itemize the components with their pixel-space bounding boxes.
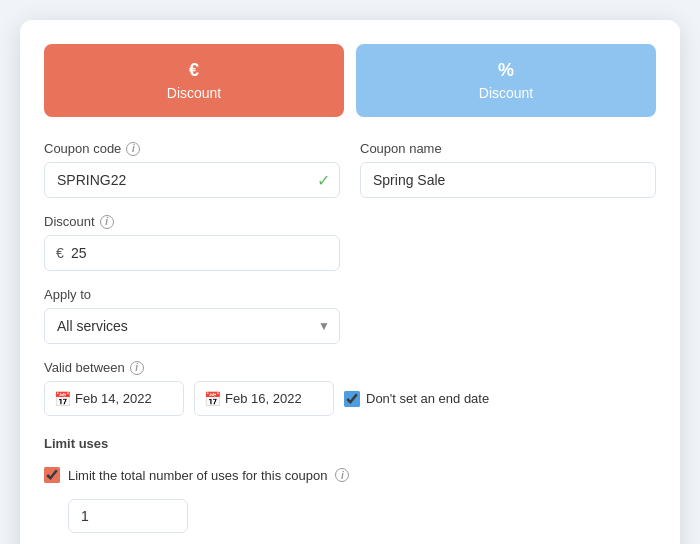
total-limit-label: Limit the total number of uses for this … (68, 468, 327, 483)
valid-between-info-icon[interactable]: i (130, 361, 144, 375)
apply-to-label: Apply to (44, 287, 340, 302)
dont-set-end-label[interactable]: Don't set an end date (344, 391, 489, 407)
total-limit-row: Limit the total number of uses for this … (44, 467, 656, 483)
start-date-wrapper: 📅 (44, 381, 184, 416)
discount-type-row: € Discount % Discount (44, 44, 656, 117)
total-limit-input[interactable] (68, 499, 188, 533)
euro-prefix: € (56, 245, 64, 261)
coupon-code-input[interactable] (44, 162, 340, 198)
coupon-name-group: Coupon name (360, 141, 656, 198)
apply-to-group: Apply to All services Specific services … (44, 287, 340, 344)
valid-between-row: 📅 📅 Don't set an end date (44, 381, 656, 416)
limit-uses-title: Limit uses (44, 436, 656, 451)
coupon-code-info-icon[interactable]: i (126, 142, 140, 156)
total-limit-info-icon[interactable]: i (335, 468, 349, 482)
apply-to-select-wrapper: All services Specific services ▼ (44, 308, 340, 344)
discount-info-icon[interactable]: i (100, 215, 114, 229)
end-date-wrapper: 📅 (194, 381, 334, 416)
coupon-name-input[interactable] (360, 162, 656, 198)
discount-group: Discount i € (44, 214, 340, 271)
calendar-start-icon: 📅 (54, 391, 71, 407)
dont-set-end-checkbox[interactable] (344, 391, 360, 407)
valid-between-label: Valid between i (44, 360, 656, 375)
euro-discount-button[interactable]: € Discount (44, 44, 344, 117)
spacer (360, 214, 656, 271)
discount-input-wrapper: € (44, 235, 340, 271)
coupon-modal: € Discount % Discount Coupon code i ✓ Co… (20, 20, 680, 544)
percent-icon: % (498, 60, 514, 81)
total-limit-checkbox[interactable] (44, 467, 60, 483)
limit-uses-section: Limit uses Limit the total number of use… (44, 436, 656, 544)
percent-discount-button[interactable]: % Discount (356, 44, 656, 117)
euro-discount-label: Discount (167, 85, 221, 101)
coupon-code-group: Coupon code i ✓ (44, 141, 340, 198)
euro-icon: € (189, 60, 199, 81)
coupon-name-label: Coupon name (360, 141, 656, 156)
discount-label: Discount i (44, 214, 340, 229)
form-grid: Coupon code i ✓ Coupon name Discount i € (44, 141, 656, 544)
check-icon: ✓ (317, 171, 330, 190)
coupon-code-input-wrapper: ✓ (44, 162, 340, 198)
valid-between-group: Valid between i 📅 📅 Don't set an end dat… (44, 360, 656, 416)
discount-input[interactable] (44, 235, 340, 271)
coupon-code-label: Coupon code i (44, 141, 340, 156)
calendar-end-icon: 📅 (204, 391, 221, 407)
apply-to-select[interactable]: All services Specific services (44, 308, 340, 344)
percent-discount-label: Discount (479, 85, 533, 101)
